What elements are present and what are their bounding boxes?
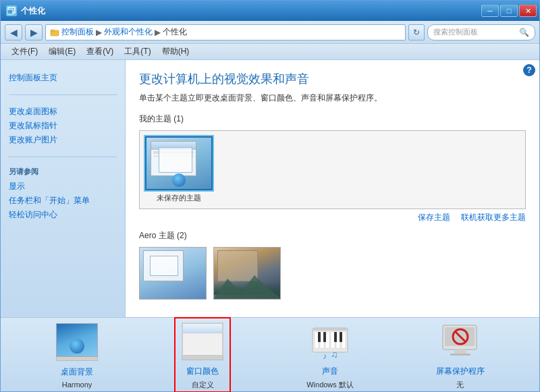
toolbar-desktop-bg[interactable]: 桌面背景 Harmony xyxy=(49,318,105,391)
svg-rect-16 xyxy=(340,332,342,342)
sidebar-link-mouse[interactable]: 更改鼠标指针 xyxy=(9,119,117,133)
menu-edit[interactable]: 编辑(E) xyxy=(43,44,81,60)
content-title: 更改计算机上的视觉效果和声音 xyxy=(139,71,526,87)
sidebar-also-section: 另请参阅 显示 任务栏和「开始」菜单 轻松访问中心 xyxy=(1,163,125,226)
toolbar-sound-icon-box: ♪ ♫ xyxy=(308,320,352,363)
path-item-1[interactable]: 外观和个性化 xyxy=(104,26,153,38)
content-area: ? 更改计算机上的视觉效果和声音 单击某个主题立即更改桌面背景、窗口颜色、声音和… xyxy=(126,60,539,317)
get-more-link[interactable]: 联机获取更多主题 xyxy=(461,212,526,223)
path-sep-1: ▶ xyxy=(155,28,161,37)
sidebar-link-home[interactable]: 控制面板主页 xyxy=(9,71,117,85)
sidebar-link-ease-access[interactable]: 轻松访问中心 xyxy=(9,208,117,222)
aero-themes-grid xyxy=(139,247,526,300)
folder-icon xyxy=(50,28,59,37)
window-title: 个性化 xyxy=(21,5,45,17)
menu-tools[interactable]: 工具(T) xyxy=(119,44,156,60)
sidebar-also-title: 另请参阅 xyxy=(9,167,117,177)
content-subtitle: 单击某个主题立即更改桌面背景、窗口颜色、声音和屏幕保护程序。 xyxy=(139,92,526,104)
sound-icon: ♪ ♫ xyxy=(309,323,351,360)
path-sep-0: ▶ xyxy=(96,28,102,37)
main-area: 控制面板主页 更改桌面图标 更改鼠标指针 更改账户图片 另请参阅 显示 任务栏和… xyxy=(1,60,539,317)
aero-themes-title: Aero 主题 (2) xyxy=(139,230,526,242)
my-themes-box: 未保存的主题 xyxy=(139,130,526,209)
address-bar: ◀ ▶ 控制面板 ▶ 外观和个性化 ▶ 个性化 ↻ 搜索控制面板 🔍 xyxy=(1,21,539,44)
menu-file[interactable]: 文件(F) xyxy=(6,44,43,60)
svg-rect-14 xyxy=(323,332,326,342)
back-button[interactable]: ◀ xyxy=(5,24,22,40)
actions-row: 保存主题 联机获取更多主题 xyxy=(139,212,526,223)
toolbar-screensaver-label2: 无 xyxy=(456,380,464,390)
address-path: 控制面板 ▶ 外观和个性化 ▶ 个性化 xyxy=(45,24,406,40)
aero-theme-item-0[interactable] xyxy=(139,247,207,300)
menu-help[interactable]: 帮助(H) xyxy=(157,44,195,60)
sound-svg: ♪ ♫ xyxy=(309,323,351,360)
help-icon[interactable]: ? xyxy=(523,64,535,76)
path-item-2: 个性化 xyxy=(163,26,187,38)
title-bar: 个性化 ─ □ ✕ xyxy=(1,1,539,21)
toolbar-desktop-bg-icon-box xyxy=(55,320,99,364)
menu-view[interactable]: 查看(V) xyxy=(81,44,119,60)
screensaver-svg xyxy=(439,323,481,360)
my-theme-item[interactable]: 未保存的主题 xyxy=(145,136,213,203)
toolbar-sound-label1: 声音 xyxy=(322,366,338,377)
svg-text:♪: ♪ xyxy=(323,352,327,360)
svg-marker-4 xyxy=(214,275,281,299)
minimize-button[interactable]: ─ xyxy=(481,5,499,17)
svg-rect-6 xyxy=(313,328,348,331)
toolbar-screensaver-label1: 屏幕保护程序 xyxy=(436,366,485,377)
my-themes-title: 我的主题 (1) xyxy=(139,113,526,125)
svg-rect-15 xyxy=(334,332,337,342)
sidebar: 控制面板主页 更改桌面图标 更改鼠标指针 更改账户图片 另请参阅 显示 任务栏和… xyxy=(1,60,126,317)
toolbar-screensaver-icon-box xyxy=(439,320,482,363)
my-theme-preview xyxy=(145,136,213,190)
screensaver-icon xyxy=(439,323,481,360)
aero-theme-item-1[interactable] xyxy=(213,247,281,300)
save-theme-link[interactable]: 保存主题 xyxy=(418,212,450,223)
svg-rect-13 xyxy=(318,332,321,342)
maximize-button[interactable]: □ xyxy=(500,5,518,17)
svg-rect-21 xyxy=(454,349,466,354)
svg-rect-22 xyxy=(450,354,470,356)
sidebar-divider-1 xyxy=(9,94,117,95)
forward-button[interactable]: ▶ xyxy=(25,24,43,40)
sidebar-link-account-pic[interactable]: 更改账户图片 xyxy=(9,133,117,147)
sidebar-link-taskbar[interactable]: 任务栏和「开始」菜单 xyxy=(9,194,117,208)
toolbar-desktop-bg-label2: Harmony xyxy=(62,381,92,389)
title-controls: ─ □ ✕ xyxy=(481,5,537,17)
win-color-icon xyxy=(182,323,223,360)
svg-rect-3 xyxy=(51,30,54,32)
main-window: 个性化 ─ □ ✕ ◀ ▶ 控制面板 ▶ 外观和个性化 ▶ 个性化 ↻ 搜索控制… xyxy=(0,0,540,392)
search-placeholder: 搜索控制面板 xyxy=(433,27,478,37)
toolbar-desktop-bg-label1: 桌面背景 xyxy=(61,366,93,378)
sidebar-divider-2 xyxy=(9,157,117,157)
sidebar-link-desktop-icons[interactable]: 更改桌面图标 xyxy=(9,105,117,119)
title-bar-left: 个性化 xyxy=(6,5,45,17)
sidebar-link-display[interactable]: 显示 xyxy=(9,179,117,194)
aero-preview-1 xyxy=(213,247,281,300)
toolbar-win-color[interactable]: 窗口颜色 自定义 xyxy=(174,317,231,393)
toolbar-win-color-label1: 窗口颜色 xyxy=(186,366,219,377)
my-theme-name: 未保存的主题 xyxy=(157,193,201,203)
content-inner: ? 更改计算机上的视觉效果和声音 单击某个主题立即更改桌面背景、窗口颜色、声音和… xyxy=(126,60,539,310)
svg-rect-1 xyxy=(7,9,13,14)
my-themes-grid: 未保存的主题 xyxy=(145,136,520,208)
toolbar-screensaver[interactable]: 屏幕保护程序 无 xyxy=(429,317,491,393)
refresh-button[interactable]: ↻ xyxy=(408,24,425,40)
sidebar-main-section: 控制面板主页 xyxy=(1,67,125,89)
close-button[interactable]: ✕ xyxy=(519,5,537,17)
menu-bar: 文件(F) 编辑(E) 查看(V) 工具(T) 帮助(H) xyxy=(1,44,539,60)
toolbar-sound-label2: Windows 默认 xyxy=(306,380,354,390)
window-icon xyxy=(6,5,17,16)
path-item-0[interactable]: 控制面板 xyxy=(61,26,94,38)
search-box[interactable]: 搜索控制面板 🔍 xyxy=(427,24,535,40)
sidebar-links-section: 更改桌面图标 更改鼠标指针 更改账户图片 xyxy=(1,101,125,151)
aero-preview-0 xyxy=(139,247,207,300)
toolbar-win-color-label2: 自定义 xyxy=(192,380,214,390)
bottom-toolbar: 桌面背景 Harmony 窗口颜色 自定义 xyxy=(1,317,539,391)
desktop-bg-icon xyxy=(56,323,98,361)
toolbar-sound[interactable]: ♪ ♫ 声音 Windows 默认 xyxy=(300,317,360,393)
toolbar-win-color-icon-box xyxy=(181,320,224,363)
search-icon: 🔍 xyxy=(519,28,529,37)
svg-text:♫: ♫ xyxy=(331,349,338,360)
